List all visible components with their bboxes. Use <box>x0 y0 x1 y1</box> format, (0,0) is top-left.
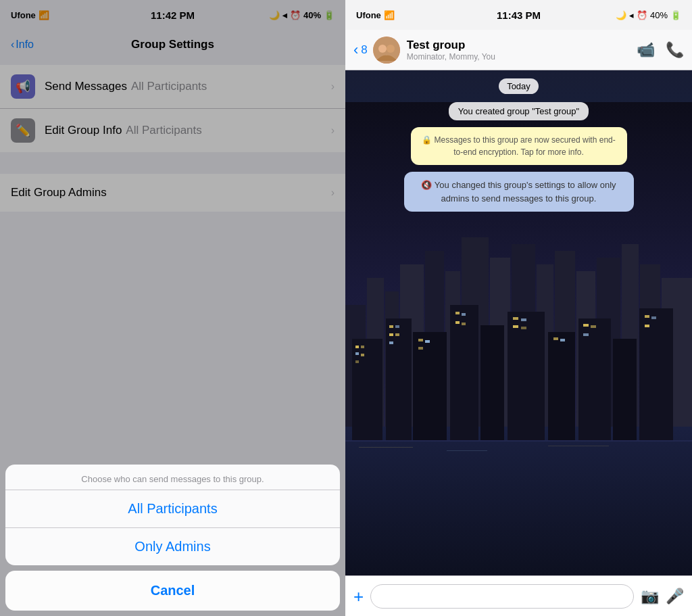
chat-back-button[interactable]: ‹ <box>353 41 358 59</box>
only-admins-option[interactable]: Only Admins <box>5 528 340 565</box>
action-sheet-overlay: Choose who can send messages to this gro… <box>0 0 345 616</box>
chat-back-count[interactable]: 8 <box>361 43 367 57</box>
right-battery-text: 40% <box>650 10 668 20</box>
camera-button[interactable]: 📷 <box>641 588 659 605</box>
encryption-message[interactable]: 🔒 Messages to this group are now secured… <box>411 127 627 165</box>
chat-nav-bar: ‹ 8 Test group Mominator, Mommy, You 📹 📞 <box>345 30 692 70</box>
action-sheet-group: Choose who can send messages to this gro… <box>5 465 340 565</box>
call-icon[interactable]: 📞 <box>666 41 684 59</box>
all-participants-label: All Participants <box>128 501 217 517</box>
only-admins-label: Only Admins <box>134 539 210 554</box>
right-panel: Ufone 📶 11:43 PM 🌙 ◂ ⏰ 40% 🔋 ‹ 8 T <box>345 0 692 616</box>
chat-name: Test group <box>407 39 637 52</box>
action-sheet-cancel-group: Cancel <box>5 571 340 611</box>
chat-back-chevron: ‹ <box>353 41 358 59</box>
admin-message: 🔇 You changed this group's settings to a… <box>404 172 634 212</box>
microphone-button[interactable]: 🎤 <box>666 588 684 605</box>
svg-point-63 <box>387 45 395 53</box>
right-moon-icon: 🌙 <box>616 10 626 20</box>
svg-point-62 <box>378 45 387 53</box>
video-call-icon[interactable]: 📹 <box>637 41 655 59</box>
messages-area: Today You created group "Test group" 🔒 M… <box>345 70 692 575</box>
cancel-button[interactable]: Cancel <box>5 571 340 611</box>
left-panel: Ufone 📶 11:42 PM 🌙 ◂ ⏰ 40% 🔋 ‹ Info Grou… <box>0 0 345 616</box>
encryption-text: 🔒 Messages to this group are now secured… <box>422 135 615 157</box>
right-alarm-icon: ⏰ <box>637 10 647 20</box>
date-badge: Today <box>499 78 539 94</box>
chat-actions: 📹 📞 <box>637 41 684 59</box>
right-status-bar: Ufone 📶 11:43 PM 🌙 ◂ ⏰ 40% 🔋 <box>345 0 692 30</box>
message-input[interactable] <box>370 584 634 609</box>
right-wifi-icon: 📶 <box>384 10 395 20</box>
admin-text: 🔇 You changed this group's settings to a… <box>421 180 616 204</box>
right-carrier: Ufone 📶 <box>356 10 395 20</box>
action-sheet: Choose who can send messages to this gro… <box>5 465 340 611</box>
right-right-status: 🌙 ◂ ⏰ 40% 🔋 <box>616 10 681 20</box>
chat-avatar[interactable] <box>373 37 400 64</box>
chat-info: Test group Mominator, Mommy, You <box>407 39 637 62</box>
chat-input-bar: + 📷 🎤 <box>345 575 692 616</box>
all-participants-option[interactable]: All Participants <box>5 490 340 528</box>
right-time: 11:43 PM <box>497 9 541 21</box>
cancel-label: Cancel <box>151 583 195 598</box>
right-carrier-text: Ufone <box>356 10 381 20</box>
add-attachment-button[interactable]: + <box>353 588 364 605</box>
right-battery-icon: 🔋 <box>670 10 681 20</box>
action-sheet-title: Choose who can send messages to this gro… <box>5 465 340 490</box>
chat-members: Mominator, Mommy, You <box>407 52 637 62</box>
right-location-icon: ◂ <box>629 10 634 20</box>
created-message: You created group "Test group" <box>449 102 589 120</box>
